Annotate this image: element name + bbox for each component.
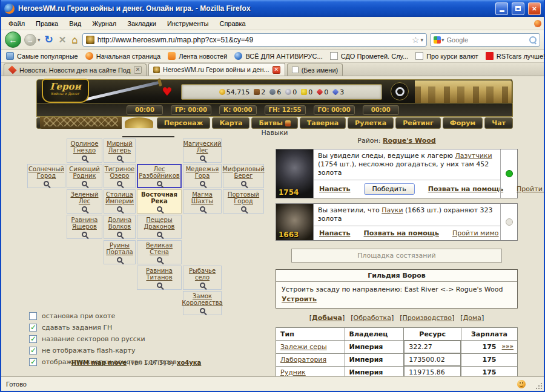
- creature-link[interactable]: Пауки: [382, 206, 403, 214]
- back-button[interactable]: ←: [5, 31, 21, 48]
- magnifier-icon[interactable]: [200, 206, 205, 212]
- sector-name[interactable]: Магический Лес: [183, 140, 221, 154]
- checkbox-checked[interactable]: [29, 347, 37, 354]
- sector-name[interactable]: Долина Волков: [105, 217, 134, 230]
- checkbox-unchecked[interactable]: [29, 312, 37, 320]
- magnifier-icon[interactable]: [82, 206, 87, 212]
- nav-Битвы[interactable]: Битвы: [251, 117, 297, 129]
- sector-name[interactable]: Лес Разбойников: [139, 166, 180, 179]
- menu-Закладки[interactable]: Закладки: [122, 18, 161, 29]
- search-go-icon[interactable]: [529, 36, 537, 44]
- nav-Рулетка[interactable]: Рулетка: [348, 117, 394, 129]
- bookmark-item[interactable]: Про курси валют: [415, 52, 478, 60]
- magnifier-icon[interactable]: [241, 206, 246, 212]
- sector-name[interactable]: Пещеры Драконов: [138, 217, 180, 230]
- map-script-author-link[interactable]: хо4ука: [177, 359, 201, 366]
- magnifier-icon[interactable]: [157, 257, 162, 263]
- sector-name[interactable]: Магма Шахты: [184, 191, 220, 204]
- pass-by-link[interactable]: Пройти мимо: [452, 229, 499, 237]
- call-help-link[interactable]: Позвать на помощь: [428, 185, 503, 193]
- bookmark-star-icon[interactable]: ☆: [412, 35, 420, 45]
- sector-name[interactable]: Тигриное Озеро: [105, 166, 135, 179]
- search-bar[interactable]: ▾: [430, 33, 540, 47]
- sector-name[interactable]: Столица Империи: [105, 191, 134, 204]
- url-bar[interactable]: ☆ ▾: [82, 33, 427, 47]
- refresh-button[interactable]: ↻: [44, 33, 54, 46]
- attack-link[interactable]: Напасть: [319, 229, 351, 237]
- bookmark-item[interactable]: ВСЁ ДЛЯ АНТИВИРУС...: [234, 52, 322, 60]
- sector-name[interactable]: Мирный Лагерь: [105, 140, 134, 154]
- smiley-icon[interactable]: [517, 380, 526, 388]
- sector-name[interactable]: Равнина Ящеров: [68, 217, 101, 230]
- sector-name[interactable]: Руины Портала: [105, 242, 134, 255]
- magnifier-icon[interactable]: [157, 283, 162, 288]
- facility-tab-link[interactable]: Обработка: [354, 314, 391, 322]
- search-input[interactable]: [447, 36, 526, 44]
- checkbox-checked[interactable]: [29, 324, 37, 332]
- win-button[interactable]: Победить: [364, 183, 415, 195]
- magnifier-icon[interactable]: [157, 206, 162, 212]
- magnifier-icon[interactable]: [82, 155, 87, 161]
- facility-link[interactable]: Лаборатория: [280, 356, 326, 364]
- close-button[interactable]: ✕: [528, 2, 541, 15]
- call-help-link[interactable]: Позвать на помощь: [364, 229, 439, 237]
- nav-Карта[interactable]: Карта: [212, 117, 249, 129]
- sector-name[interactable]: Медвежья Гора: [184, 166, 220, 179]
- maximize-button[interactable]: [512, 2, 524, 15]
- magnifier-icon[interactable]: [117, 232, 122, 237]
- forward-button[interactable]: →: [24, 34, 36, 46]
- bookmark-item[interactable]: Начальная страница: [85, 52, 160, 60]
- magnifier-icon[interactable]: [200, 181, 205, 186]
- magnifier-icon[interactable]: [200, 308, 205, 313]
- magnifier-icon[interactable]: [200, 155, 205, 161]
- set-ambush-link[interactable]: Устроить: [282, 295, 317, 303]
- district-link[interactable]: Rogue's Wood: [383, 137, 436, 145]
- sector-name[interactable]: Великая Стена: [138, 242, 180, 255]
- menu-Инструменты[interactable]: Инструменты: [162, 18, 214, 29]
- creature-link[interactable]: Лазутчики: [455, 152, 492, 160]
- arena-button[interactable]: Площадка состязаний: [291, 249, 502, 263]
- home-button[interactable]: ⌂: [70, 34, 79, 46]
- magnifier-icon[interactable]: [157, 181, 162, 186]
- game-logo[interactable]: Герои Войны и Денег: [42, 79, 89, 103]
- sector-name[interactable]: Замок Королевства: [182, 293, 222, 306]
- minimize-button[interactable]: [495, 2, 508, 15]
- tab-close-icon[interactable]: ✕: [134, 66, 142, 74]
- tab-active[interactable]: HeroesWM.ru Герои войны и ден...✕: [148, 63, 285, 76]
- magnifier-icon[interactable]: [82, 232, 87, 237]
- nav-Рейтинг[interactable]: Рейтинг: [395, 117, 441, 129]
- sector-name[interactable]: Солнечный Город: [28, 166, 64, 179]
- menu-Справка[interactable]: Справка: [214, 18, 250, 29]
- magnifier-icon[interactable]: [44, 181, 49, 186]
- url-input[interactable]: [97, 36, 409, 44]
- sector-name[interactable]: Равнина Титанов: [138, 267, 180, 281]
- tab-close-icon[interactable]: ✕: [272, 66, 280, 74]
- facility-tab-link[interactable]: Производство: [403, 314, 452, 322]
- sector-name[interactable]: Сияющий Родник: [68, 166, 101, 179]
- magnifier-icon[interactable]: [117, 155, 122, 161]
- menu-Правка[interactable]: Правка: [31, 18, 63, 29]
- bookmark-item[interactable]: Лента новостей: [168, 52, 227, 60]
- magnifier-icon[interactable]: [200, 283, 205, 288]
- search-engine-dropdown-icon[interactable]: ▾: [441, 37, 444, 43]
- menu-Журнал[interactable]: Журнал: [87, 18, 121, 29]
- facility-tab-link[interactable]: Дома: [463, 314, 481, 322]
- map-script-link[interactable]: HWM map move: [71, 359, 127, 366]
- ring-badge[interactable]: [391, 82, 409, 100]
- facility-tab-link[interactable]: Добыча: [312, 314, 342, 322]
- magnifier-icon[interactable]: [117, 181, 122, 186]
- sector-name[interactable]: Рыбачье село: [184, 267, 220, 281]
- menu-Вид[interactable]: Вид: [64, 18, 86, 29]
- sector-name[interactable]: Портовый Город: [224, 191, 263, 204]
- magnifier-icon[interactable]: [157, 232, 162, 237]
- attack-link[interactable]: Напасть: [319, 185, 351, 193]
- nav-Таверна[interactable]: Таверна: [300, 117, 346, 129]
- url-dropdown-icon[interactable]: ▾: [420, 37, 423, 43]
- resize-grip[interactable]: [535, 382, 543, 390]
- pass-by-link[interactable]: Пройти мимо: [517, 185, 544, 193]
- sector-name[interactable]: Зеленый Лес: [68, 191, 101, 204]
- bookmark-item[interactable]: Самые популярные: [6, 52, 78, 60]
- tab-inactive[interactable]: (Без имени): [287, 64, 343, 76]
- facility-link[interactable]: Залежи серы: [280, 343, 327, 351]
- magnifier-icon[interactable]: [82, 181, 87, 186]
